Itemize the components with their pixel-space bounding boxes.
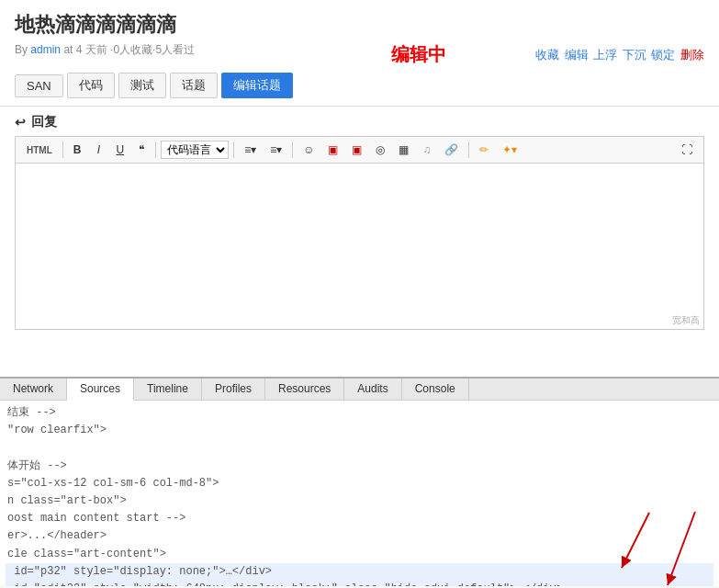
toolbar-underline[interactable]: U: [110, 141, 129, 159]
tab-edit-topic[interactable]: 编辑话题: [221, 73, 293, 98]
action-delete[interactable]: 删除: [680, 48, 704, 62]
editor-resize-hint: 宽和高: [672, 314, 700, 327]
toolbar-table[interactable]: ▦: [393, 141, 414, 159]
tab-test[interactable]: 测试: [118, 73, 166, 98]
post-actions: 收藏 编辑 上浮 下沉 锁定 删除: [534, 47, 704, 63]
reply-section: ↩ 回复: [0, 106, 719, 130]
toolbar-sep-3: [233, 141, 234, 158]
toolbar-emoji[interactable]: ☺: [298, 141, 320, 159]
editing-label: 编辑中: [391, 44, 446, 64]
toolbar-image2[interactable]: ▣: [346, 141, 367, 159]
toolbar-quote[interactable]: ❝: [132, 141, 151, 159]
toolbar-link[interactable]: 🔗: [439, 141, 464, 159]
reply-title: ↩ 回复: [15, 114, 704, 130]
toolbar-code-lang[interactable]: 代码语言: [161, 141, 229, 159]
author-link[interactable]: admin: [30, 43, 61, 56]
post-meta: By admin at 4 天前 ·0人收藏·5人看过: [15, 42, 195, 58]
toolbar-sep-5: [468, 141, 469, 158]
toolbar-sep-4: [292, 141, 293, 158]
action-float-down[interactable]: 下沉: [623, 48, 646, 62]
toolbar-pen[interactable]: ✏: [474, 141, 494, 159]
toolbar-image1[interactable]: ▣: [322, 141, 343, 159]
toolbar-ul[interactable]: ≡▾: [264, 141, 287, 159]
action-lock[interactable]: 锁定: [651, 48, 675, 62]
action-float-up[interactable]: 上浮: [593, 48, 617, 62]
toolbar-more[interactable]: ✦▾: [497, 141, 522, 159]
tab-san[interactable]: SAN: [15, 74, 63, 97]
toolbar-bold[interactable]: B: [68, 141, 87, 159]
reply-icon: ↩: [15, 115, 26, 130]
tab-code[interactable]: 代码: [67, 73, 115, 98]
post-title: 地热滴滴滴滴滴滴: [15, 11, 704, 39]
toolbar-sep-2: [155, 141, 156, 158]
toolbar-music[interactable]: ♫: [417, 141, 436, 159]
editor-body[interactable]: 宽和高: [16, 164, 703, 329]
toolbar-italic[interactable]: I: [89, 141, 107, 159]
toolbar-ol[interactable]: ≡▾: [239, 141, 262, 159]
editor-area: HTML B I U ❝ 代码语言 ≡▾ ≡▾ ☺ ▣ ▣ ◎ ▦ ♫ 🔗 ✏ …: [15, 136, 704, 330]
toolbar-fullscreen[interactable]: ⛶: [676, 141, 698, 159]
tab-bar: SAN 代码 测试 话题 编辑话题: [15, 73, 704, 98]
tab-topic[interactable]: 话题: [170, 73, 218, 98]
toolbar-html[interactable]: HTML: [21, 142, 58, 158]
action-edit[interactable]: 编辑: [565, 48, 589, 62]
action-collect[interactable]: 收藏: [535, 48, 559, 62]
editor-toolbar: HTML B I U ❝ 代码语言 ≡▾ ≡▾ ☺ ▣ ▣ ◎ ▦ ♫ 🔗 ✏ …: [16, 137, 703, 164]
toolbar-image3[interactable]: ◎: [370, 141, 390, 159]
toolbar-sep-1: [62, 141, 63, 158]
